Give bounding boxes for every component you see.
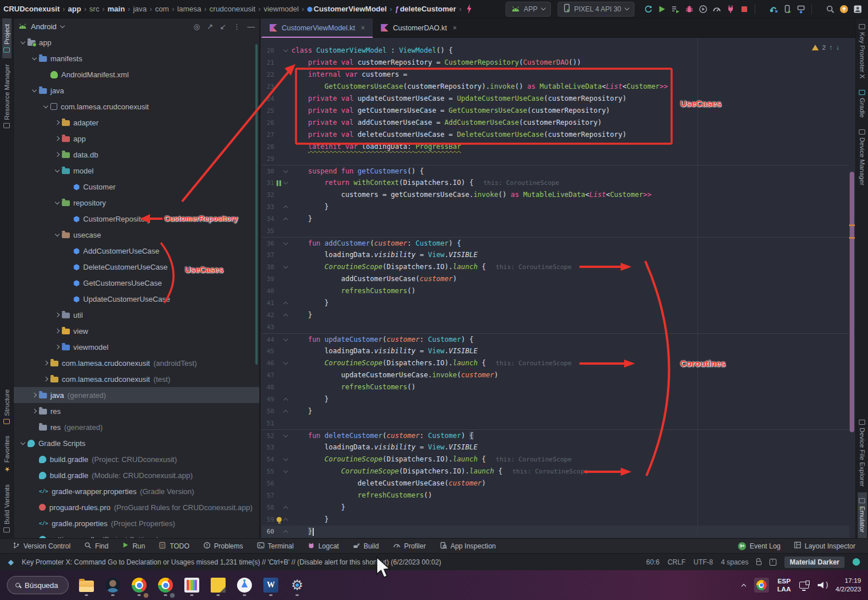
tree-item-proguard-rules-pro-proguard-rules-for-crudconexusit-app[interactable]: proguard-rules.pro(ProGuard Rules for CR… [14, 499, 259, 515]
line-number[interactable]: 23 [262, 81, 274, 93]
breadcrumb-item-main[interactable]: main [108, 5, 125, 13]
code-line-31[interactable]: 31 return withContext(Dispatchers.IO) { … [262, 177, 849, 189]
chevron-right-icon[interactable] [53, 345, 62, 349]
tree-item-java[interactable]: java [14, 82, 259, 98]
breadcrumb-item-deletecustomer[interactable]: ƒdeleteCustomer [395, 5, 456, 13]
taskbar-app-chrome-2[interactable] [157, 573, 174, 598]
code-line-47[interactable]: 47 updateCustomerUseCase.invoke(customer… [262, 369, 849, 381]
project-scrollbar[interactable] [255, 44, 258, 365]
fold-end-marker-icon[interactable] [284, 526, 287, 538]
line-number[interactable]: 60 [262, 526, 274, 538]
taskbar-app-profile[interactable] [104, 573, 121, 598]
tree-item-androidmanifest-xml[interactable]: AndroidManifest.xml [14, 66, 259, 82]
chevron-down-icon[interactable] [30, 58, 39, 60]
language-indicator[interactable]: ESPLAA [778, 577, 791, 594]
toolwindow-version-control[interactable]: Version Control [6, 539, 77, 553]
line-number[interactable]: 39 [262, 273, 274, 285]
tree-item-gradle-scripts[interactable]: Gradle Scripts [14, 435, 259, 451]
breadcrumb-item-crudconexusit[interactable]: CRUDconexusit [3, 5, 60, 13]
tab-customerdao-kt[interactable]: CustomerDAO.kt× [373, 18, 464, 37]
next-warning-icon[interactable]: ↓ [836, 44, 839, 52]
search-input[interactable]: Búsqueda [7, 576, 69, 594]
code-line-44[interactable]: 44 fun updateCustomer(customer: Customer… [262, 333, 849, 345]
tree-item-usecase[interactable]: usecase [14, 227, 259, 243]
tree-item-com-lamesa-crudconexusit-androidtest[interactable]: com.lamesa.crudconexusit(androidTest) [14, 355, 259, 371]
chevron-down-icon[interactable] [18, 443, 27, 444]
toolwindow-build[interactable]: Build [346, 539, 386, 553]
toolwindow-profiler[interactable]: Profiler [386, 539, 433, 553]
notifications-icon[interactable] [770, 559, 776, 566]
line-number[interactable]: 32 [262, 189, 274, 201]
tree-item-app[interactable]: app [14, 131, 259, 147]
code-line-60[interactable]: 60 } [262, 526, 849, 538]
taskbar-app-android-studio[interactable] [236, 573, 253, 598]
chevron-down-icon[interactable] [41, 106, 50, 108]
line-number[interactable]: 28 [262, 141, 274, 153]
line-number[interactable]: 35 [262, 225, 274, 237]
code-line-48[interactable]: 48 refreshCustomers() [262, 381, 849, 393]
code-line-53[interactable]: 53 loadingData.visibility = View.VISIBLE [262, 441, 849, 453]
code-line-25[interactable]: 25 private val getCustomersUseCase = Get… [262, 105, 849, 117]
line-number[interactable]: 54 [262, 453, 274, 465]
tree-item-build-gradle-project-crudconexusit[interactable]: build.gradle(Project: CRUDconexusit) [14, 451, 259, 467]
code-line-30[interactable]: 30 suspend fun getCustomers() { [262, 165, 849, 177]
toolwindow-terminal[interactable]: Terminal [250, 539, 301, 553]
fold-marker-icon[interactable] [284, 165, 287, 177]
code-line-26[interactable]: 26 private val addCustomerUseCase = AddC… [262, 117, 849, 129]
tree-item-build-gradle-module-crudconexusit-app[interactable]: build.gradle(Module: CRUDconexusit.app) [14, 467, 259, 483]
breadcrumb-item-app[interactable]: app [68, 5, 81, 13]
tree-item-res[interactable]: res [14, 403, 259, 419]
fold-end-marker-icon[interactable] [284, 405, 287, 417]
code-line-42[interactable]: 42 } [262, 309, 849, 321]
line-number[interactable]: 21 [262, 57, 274, 69]
code-line-52[interactable]: 52 fun deleteCustomer(customer: Customer… [262, 429, 849, 441]
lightning-icon[interactable] [466, 4, 472, 14]
taskbar-app-chrome-1[interactable] [131, 573, 148, 598]
line-number[interactable]: 47 [262, 369, 274, 381]
tree-item-manifests[interactable]: manifests [14, 50, 259, 66]
chevron-right-icon[interactable] [30, 409, 39, 413]
tree-item-util[interactable]: util [14, 307, 259, 323]
fold-end-marker-icon[interactable] [284, 201, 287, 213]
chevron-down-icon[interactable] [53, 234, 62, 236]
tree-item-model[interactable]: model [14, 163, 259, 179]
fold-end-marker-icon[interactable] [284, 297, 287, 309]
code-line-20[interactable]: 20class CustomerViewModel : ViewModel() … [262, 45, 849, 57]
code-line-58[interactable]: 58 } [262, 502, 849, 514]
debug-icon[interactable] [682, 2, 696, 16]
chevron-right-icon[interactable] [30, 393, 39, 397]
expand-all-icon[interactable]: ↗ [207, 22, 213, 31]
breadcrumb-item-viewmodel[interactable]: viewmodel [263, 5, 298, 13]
indent-setting[interactable]: 4 spaces [721, 558, 748, 566]
code-line-57[interactable]: 57 refreshCustomers() [262, 490, 849, 502]
tray-chrome-icon[interactable] [754, 578, 769, 593]
line-number[interactable]: 42 [262, 309, 274, 321]
project-view-selector[interactable]: Android [31, 22, 57, 31]
line-number[interactable]: 52 [262, 430, 274, 442]
taskbar-app-notes[interactable] [210, 573, 227, 598]
inspection-widget[interactable]: 2 ↑ ↓ [812, 44, 839, 52]
line-number[interactable]: 45 [262, 345, 274, 357]
taskbar-app-explorer[interactable] [78, 573, 95, 598]
line-number[interactable]: 26 [262, 117, 274, 129]
sdk-icon[interactable] [794, 2, 808, 16]
fold-marker-icon[interactable] [284, 357, 287, 369]
line-number[interactable]: 34 [262, 213, 274, 225]
line-number[interactable]: 50 [262, 405, 274, 417]
taskbar-app-settings[interactable]: ⚙ [289, 573, 306, 598]
code-line-54[interactable]: 54 CoroutineScope(Dispatchers.IO).launch… [262, 453, 849, 465]
tree-item-repository[interactable]: repository [14, 195, 259, 211]
fold-end-marker-icon[interactable] [284, 393, 287, 405]
line-number[interactable]: 20 [262, 45, 274, 57]
fold-end-marker-icon[interactable] [284, 502, 287, 514]
chevron-right-icon[interactable] [53, 153, 62, 156]
toolwindow-todo[interactable]: TODO [152, 539, 196, 553]
breadcrumb-item-java[interactable]: java [133, 5, 147, 13]
code-line-51[interactable]: 51 [262, 417, 849, 429]
tool-strip-item-favorites[interactable]: ★Favorites [2, 430, 11, 479]
code-line-55[interactable]: 55 CoroutineScope(Dispatchers.IO).launch… [262, 465, 849, 477]
file-encoding[interactable]: UTF-8 [693, 558, 713, 566]
line-number[interactable]: 46 [262, 357, 274, 369]
tool-strip-item-structure[interactable]: Structure [2, 384, 11, 430]
profiler-icon[interactable] [710, 2, 724, 16]
